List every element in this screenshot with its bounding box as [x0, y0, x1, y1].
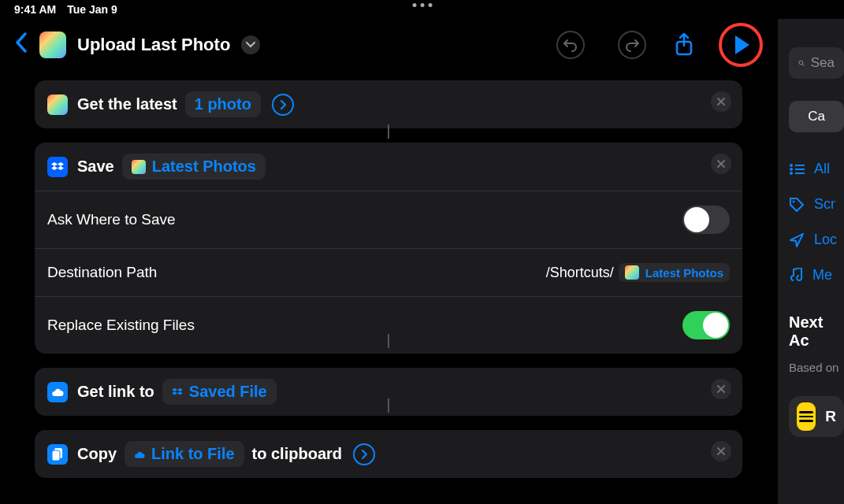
svg-point-10 — [793, 200, 795, 202]
action-prefix: Copy — [77, 445, 117, 463]
action-copy-clipboard[interactable]: Copy Link to File to clipboard — [35, 430, 742, 478]
copy-input-param[interactable]: Link to File — [125, 441, 244, 467]
title-menu-button[interactable] — [241, 35, 260, 54]
music-icon — [789, 268, 803, 284]
svg-rect-5 — [795, 165, 805, 166]
connector-line — [388, 398, 389, 413]
dropbox-icon — [172, 387, 183, 397]
action-prefix: Save — [77, 158, 114, 176]
connector-line — [388, 334, 389, 348]
photos-icon — [625, 265, 639, 280]
sidebar-item-scripting[interactable]: Scr — [789, 196, 844, 213]
suggestion-label: R — [825, 408, 836, 425]
sidebar-panel: Sea Ca All Scr Loc Me Next Ac Based o — [777, 19, 844, 504]
destination-path-row[interactable]: Destination Path /Shortcuts/ Latest Phot… — [35, 248, 742, 296]
photo-count-param[interactable]: 1 photo — [185, 91, 261, 117]
delete-action-button[interactable] — [711, 91, 731, 112]
document-icon — [47, 444, 68, 465]
delete-action-button[interactable] — [711, 379, 731, 399]
actions-canvas: Get the latest 1 photo — [0, 71, 777, 492]
back-button[interactable] — [14, 32, 28, 59]
expand-action-button[interactable] — [353, 443, 375, 465]
search-input[interactable]: Sea — [789, 47, 844, 79]
expand-action-button[interactable] — [272, 94, 294, 116]
delete-action-button[interactable] — [711, 154, 731, 174]
setting-label: Ask Where to Save — [47, 211, 176, 228]
photos-icon — [132, 160, 146, 174]
action-save-dropbox[interactable]: Save Latest Photos Ask Where to Save D — [35, 143, 742, 354]
multitask-dots[interactable] — [412, 3, 432, 7]
action-suffix: to clipboard — [252, 445, 342, 463]
redo-button[interactable] — [618, 31, 646, 59]
dropbox-icon — [47, 157, 68, 177]
tag-icon — [789, 197, 805, 213]
action-prefix: Get the latest — [77, 95, 177, 113]
shortcut-title: Upload Last Photo — [77, 35, 230, 55]
top-bar: Upload Last Photo — [0, 19, 777, 71]
setting-label: Destination Path — [47, 264, 157, 281]
svg-point-4 — [790, 164, 793, 167]
cloud-icon — [134, 450, 145, 458]
share-button[interactable] — [670, 32, 698, 57]
photos-icon — [47, 94, 68, 115]
svg-point-8 — [790, 172, 793, 175]
cloud-icon — [47, 382, 68, 402]
suggestion-card[interactable]: R — [789, 396, 844, 437]
ask-where-toggle[interactable] — [682, 206, 730, 234]
get-link-param[interactable]: Saved File — [162, 379, 277, 405]
categories-button[interactable]: Ca — [789, 101, 844, 132]
list-icon — [789, 163, 805, 176]
sidebar-item-media[interactable]: Me — [789, 267, 844, 284]
svg-rect-2 — [52, 450, 60, 461]
connector-line — [388, 124, 389, 139]
undo-button[interactable] — [556, 31, 585, 59]
shortcut-icon — [39, 32, 66, 58]
delete-action-button[interactable] — [711, 441, 731, 461]
replace-existing-toggle[interactable] — [682, 311, 730, 339]
svg-rect-9 — [795, 172, 805, 174]
run-button[interactable] — [719, 23, 763, 67]
svg-point-6 — [790, 168, 793, 171]
notes-icon — [797, 402, 816, 431]
setting-label: Replace Existing Files — [47, 317, 195, 334]
action-prefix: Get link to — [77, 383, 154, 401]
ask-where-to-save-row: Ask Where to Save — [35, 191, 742, 248]
svg-rect-7 — [795, 169, 805, 170]
play-icon — [735, 35, 749, 54]
sidebar-item-all[interactable]: All — [789, 161, 844, 177]
destination-variable[interactable]: Latest Photos — [619, 263, 730, 282]
save-input-param[interactable]: Latest Photos — [122, 154, 266, 180]
action-get-latest-photos[interactable]: Get the latest 1 photo — [35, 80, 742, 128]
next-action-subtitle: Based on — [789, 361, 844, 374]
status-date: Tue Jan 9 — [67, 3, 117, 16]
destination-value: /Shortcuts/ Latest Photos — [546, 263, 730, 282]
status-time: 9:41 AM — [14, 3, 56, 16]
search-icon — [798, 57, 805, 69]
main-editor: Upload Last Photo — [0, 19, 777, 504]
sidebar-item-location[interactable]: Loc — [789, 232, 844, 248]
search-placeholder: Sea — [811, 55, 835, 71]
status-bar: 9:41 AM Tue Jan 9 — [0, 0, 844, 19]
next-action-heading: Next Ac — [789, 313, 844, 350]
location-icon — [789, 232, 805, 248]
